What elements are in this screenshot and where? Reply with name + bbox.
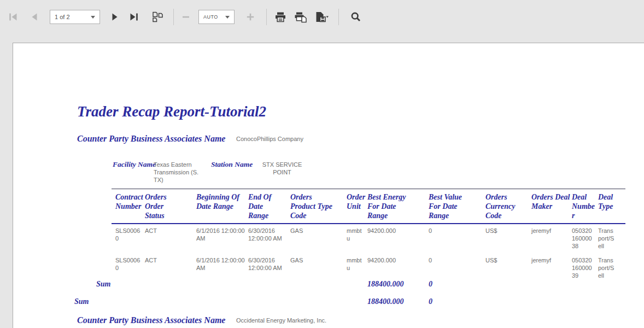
column-header: Deal Number — [570, 189, 596, 224]
zoom-in-button[interactable] — [244, 9, 256, 25]
cell-best-energy: 94200.000 — [366, 254, 427, 279]
cell-deal-number: 05032016000039 — [570, 254, 596, 279]
cell-order-status: ACT — [143, 254, 195, 279]
cell-beginning-date: 6/1/2016 12:00:00 AM — [195, 224, 247, 254]
column-header: Orders Order Status — [143, 189, 195, 224]
station-name-value: STX SERVICE POINT — [254, 161, 311, 176]
column-header: Contract Number — [112, 189, 143, 224]
report-page: Trader Recap Report-Tutorial2 Counter Pa… — [13, 43, 644, 328]
column-header: Deal Type — [596, 189, 625, 224]
cell-beginning-date: 6/1/2016 12:00:00 AM — [195, 254, 247, 279]
column-header: Orders Currency Code — [484, 189, 530, 224]
facility-name-value: Texas Eastern Transmission (S. TX) — [154, 161, 202, 184]
export-button[interactable] — [313, 9, 330, 25]
previous-page-icon — [30, 12, 39, 22]
report-sum-best-value: 0 — [429, 297, 432, 306]
cell-order-unit: mmbtu — [345, 224, 366, 254]
first-page-icon — [8, 12, 18, 22]
cell-deal-maker: jeremyf — [530, 254, 570, 279]
column-header: Beginning Of Date Range — [195, 189, 247, 224]
page-number-select[interactable]: 1 of 2 — [50, 10, 100, 24]
group-sum-best-value: 0 — [429, 280, 432, 289]
orders-table: Contract Number Orders Order Status Begi… — [112, 189, 625, 279]
search-icon — [350, 11, 361, 22]
column-header: End Of Date Range — [247, 189, 289, 224]
print-page-icon — [294, 11, 307, 23]
toolbar-separator — [173, 9, 174, 25]
print-page-button[interactable] — [293, 9, 308, 25]
zoom-out-button[interactable] — [180, 9, 191, 25]
cell-currency-code: US$ — [484, 254, 530, 279]
cell-best-value: 0 — [427, 224, 484, 254]
group-sum-best-energy: 188400.000 — [367, 280, 404, 289]
cell-end-date: 6/30/2016 12:00:00 AM — [247, 254, 289, 279]
zoom-out-icon — [182, 12, 190, 22]
table-row: SLS00060 ACT 6/1/2016 12:00:00 AM 6/30/2… — [112, 254, 625, 279]
chevron-down-icon — [91, 16, 95, 19]
last-page-icon — [129, 12, 139, 22]
toolbar-separator — [266, 9, 267, 25]
zoom-level-value: AUTO — [203, 14, 218, 20]
cell-currency-code: US$ — [484, 224, 530, 254]
print-icon — [274, 11, 286, 23]
export-icon — [314, 11, 329, 23]
cell-deal-number: 05032016000038 — [570, 224, 596, 254]
cell-deal-type: Transport/Sell — [596, 224, 625, 254]
group-sum-label: Sum — [96, 280, 110, 289]
cell-deal-maker: jeremyf — [530, 224, 570, 254]
cell-product-type: GAS — [289, 224, 345, 254]
cell-product-type: GAS — [289, 254, 345, 279]
next-page-button[interactable] — [109, 9, 121, 25]
report-toolbar: 1 of 2 — [0, 0, 644, 34]
zoom-in-icon — [245, 12, 255, 22]
print-button[interactable] — [273, 9, 288, 25]
column-header: Orders Product Type Code — [289, 189, 345, 224]
chevron-down-icon — [225, 16, 230, 19]
page-number-value: 1 of 2 — [55, 14, 70, 20]
report-sum-label: Sum — [74, 297, 89, 306]
cell-best-energy: 94200.000 — [366, 224, 427, 254]
cell-order-unit: mmbtu — [345, 254, 366, 279]
first-page-button[interactable] — [7, 9, 19, 25]
counter-party-label: Counter Party Business Associates Name — [77, 315, 225, 325]
multiple-pages-view-icon — [151, 11, 165, 22]
column-header: Best Value For Date Range — [427, 189, 484, 224]
cell-order-status: ACT — [143, 224, 195, 254]
toolbar-separator — [338, 9, 339, 25]
next-page-icon — [110, 12, 120, 22]
column-header: Best Energy For Date Range — [366, 189, 427, 224]
report-title: Trader Recap Report-Tutorial2 — [77, 103, 266, 120]
table-row: SLS00060 ACT 6/1/2016 12:00:00 AM 6/30/2… — [112, 224, 625, 254]
cell-deal-type: Transport/Sell — [596, 254, 625, 279]
multiple-pages-view-button[interactable] — [150, 9, 166, 25]
search-button[interactable] — [349, 9, 362, 25]
report-viewer: 1 of 2 — [0, 0, 644, 328]
table-header-row: Contract Number Orders Order Status Begi… — [112, 189, 625, 224]
counter-party-value: Occidental Energy Marketing, Inc. — [236, 317, 326, 324]
counter-party-label: Counter Party Business Associates Name — [77, 134, 225, 143]
column-header: Order Unit — [345, 189, 366, 224]
report-sum-best-energy: 188400.000 — [367, 297, 404, 306]
last-page-button[interactable] — [128, 9, 140, 25]
facility-name-label: Facility Name — [113, 160, 156, 169]
cell-best-value: 0 — [427, 254, 484, 279]
counter-party-value: ConocoPhillips Company — [236, 135, 303, 143]
zoom-level-select[interactable]: AUTO — [198, 10, 235, 24]
cell-contract-number: SLS00060 — [112, 254, 143, 279]
station-name-label: Station Name — [211, 160, 253, 169]
column-header: Orders Deal Maker — [530, 189, 570, 224]
counter-party-row-2: Counter Party Business Associates Name O… — [77, 315, 225, 325]
counter-party-row-1: Counter Party Business Associates Name C… — [77, 134, 225, 144]
cell-end-date: 6/30/2016 12:00:00 AM — [247, 224, 289, 254]
previous-page-button[interactable] — [28, 9, 40, 25]
cell-contract-number: SLS00060 — [112, 224, 143, 254]
